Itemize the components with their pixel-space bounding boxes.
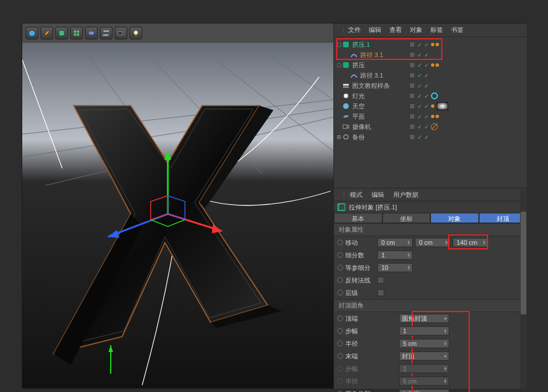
menu-file[interactable]: 文件 bbox=[344, 26, 365, 34]
tag-dot[interactable] bbox=[431, 104, 434, 108]
attribute-scrollbar[interactable] bbox=[520, 189, 527, 389]
vis-check-icon[interactable]: ✓ bbox=[417, 114, 422, 120]
layer-dot[interactable] bbox=[409, 62, 415, 68]
anim-dot[interactable] bbox=[337, 328, 343, 334]
render-check-icon[interactable]: ✓ bbox=[424, 42, 429, 48]
tree-item-backup[interactable]: ⊞ 备份 ✓✓ bbox=[336, 132, 527, 142]
floor-tool[interactable] bbox=[100, 27, 112, 39]
layer-dot[interactable] bbox=[409, 52, 415, 58]
vis-check-icon[interactable]: ✓ bbox=[417, 103, 422, 110]
tag-dot[interactable] bbox=[431, 63, 434, 67]
tag-dot[interactable] bbox=[436, 43, 439, 46]
tab-basic[interactable]: 基本 bbox=[334, 213, 382, 223]
render-check-icon[interactable]: ✓ bbox=[424, 103, 429, 110]
tag-dot[interactable] bbox=[436, 115, 439, 118]
menu-tags[interactable]: 标签 bbox=[426, 26, 447, 34]
tree-item-extrude1[interactable]: ▢ 挤压.1 ✓✓ bbox=[336, 39, 527, 50]
menu-bookmarks[interactable]: 书签 bbox=[447, 26, 468, 34]
render-check-icon[interactable]: ✓ bbox=[424, 93, 429, 99]
vis-check-icon[interactable]: ✓ bbox=[417, 62, 422, 68]
render-check-icon[interactable]: ✓ bbox=[424, 124, 429, 130]
subdiv-field[interactable]: 1▴▾ bbox=[377, 250, 413, 260]
layer-dot[interactable] bbox=[409, 103, 415, 109]
viewport-canvas[interactable] bbox=[22, 43, 333, 389]
attr-menu-userdata[interactable]: 用户数据 bbox=[389, 191, 423, 199]
anim-dot[interactable] bbox=[337, 378, 343, 384]
attr-menu-edit[interactable]: 编辑 bbox=[367, 191, 389, 199]
tag-dot[interactable] bbox=[431, 43, 434, 46]
nurbs-tool[interactable] bbox=[55, 27, 68, 39]
vis-check-icon[interactable]: ✓ bbox=[417, 83, 422, 89]
tab-object[interactable]: 对象 bbox=[430, 213, 479, 223]
tree-collapse-icon[interactable]: ▢ bbox=[336, 42, 342, 47]
tree-item-path2[interactable]: 路径 3.1 ✓✓ bbox=[336, 70, 527, 80]
move-z-field[interactable]: 140 cm▴▾ bbox=[453, 238, 488, 247]
render-check-icon[interactable]: ✓ bbox=[424, 62, 429, 68]
grip-icon[interactable]: ⋮⋮ bbox=[336, 26, 344, 34]
tree-expand-icon[interactable]: ⊞ bbox=[336, 134, 342, 140]
anim-dot[interactable] bbox=[337, 290, 343, 296]
tree-collapse-icon[interactable]: ▢ bbox=[336, 62, 342, 68]
vis-check-icon[interactable]: ✓ bbox=[417, 42, 422, 48]
vis-check-icon[interactable]: ✓ bbox=[417, 52, 422, 58]
anim-dot[interactable] bbox=[337, 240, 343, 245]
tag-dot[interactable] bbox=[436, 63, 439, 67]
render-check-icon[interactable]: ✓ bbox=[424, 83, 429, 89]
render-check-icon[interactable]: ✓ bbox=[424, 52, 429, 58]
move-y-field[interactable]: 0 cm▴▾ bbox=[415, 238, 450, 247]
anim-dot[interactable] bbox=[337, 353, 343, 359]
endcap-dropdown[interactable]: 封顶▾ bbox=[399, 351, 449, 361]
deformer-tool[interactable] bbox=[85, 27, 98, 39]
step1-field[interactable]: 1▴▾ bbox=[399, 326, 449, 336]
grip-icon[interactable]: ⋮⋮ bbox=[336, 191, 345, 199]
anim-dot[interactable] bbox=[337, 252, 343, 258]
anim-dot[interactable] bbox=[337, 265, 343, 270]
tab-coord[interactable]: 坐标 bbox=[382, 213, 431, 223]
target-tag-icon[interactable] bbox=[431, 92, 438, 99]
render-check-icon[interactable]: ✓ bbox=[424, 114, 429, 120]
rad1-field[interactable]: 5 cm▴▾ bbox=[399, 339, 449, 348]
layer-dot[interactable] bbox=[409, 124, 415, 130]
hier-checkbox[interactable] bbox=[377, 289, 384, 296]
vis-check-icon[interactable]: ✓ bbox=[417, 72, 422, 79]
anim-dot[interactable] bbox=[337, 366, 343, 371]
menu-object[interactable]: 对象 bbox=[406, 26, 426, 34]
vis-check-icon[interactable]: ✓ bbox=[417, 124, 422, 130]
layer-dot[interactable] bbox=[409, 42, 415, 47]
anim-dot[interactable] bbox=[337, 277, 343, 283]
tree-item-tutorial-spline[interactable]: 图文教程样条 ✓✓ bbox=[336, 80, 527, 91]
scrollbar-thumb[interactable] bbox=[521, 212, 526, 314]
menu-view[interactable]: 查看 bbox=[385, 26, 406, 34]
layer-dot[interactable] bbox=[409, 134, 415, 140]
topcap-dropdown[interactable]: 圆角封顶▾ bbox=[399, 314, 449, 323]
tree-item-plane[interactable]: 平面 ✓✓ bbox=[336, 111, 527, 122]
texture-tag-icon[interactable] bbox=[437, 102, 448, 110]
move-x-field[interactable]: 0 cm▴▾ bbox=[377, 238, 413, 247]
protection-tag-icon[interactable] bbox=[431, 123, 438, 130]
layer-dot[interactable] bbox=[409, 83, 415, 88]
camera-tool[interactable] bbox=[115, 27, 127, 39]
light-tool[interactable] bbox=[130, 27, 142, 39]
anim-dot[interactable] bbox=[337, 341, 343, 346]
layer-dot[interactable] bbox=[409, 114, 415, 119]
anim-dot[interactable] bbox=[337, 316, 343, 321]
menu-edit[interactable]: 编辑 bbox=[365, 26, 385, 34]
object-tree[interactable]: ▢ 挤压.1 ✓✓ 路径 3.1 ✓✓ ▢ 挤压 ✓✓ bbox=[334, 37, 527, 153]
tree-item-path1[interactable]: 路径 3.1 ✓✓ bbox=[336, 50, 527, 60]
flip-checkbox[interactable] bbox=[377, 277, 384, 284]
tree-item-extrude[interactable]: ▢ 挤压 ✓✓ bbox=[336, 60, 527, 70]
iso-field[interactable]: 10▴▾ bbox=[377, 263, 413, 272]
layer-dot[interactable] bbox=[409, 72, 415, 78]
vis-check-icon[interactable]: ✓ bbox=[417, 93, 422, 99]
filtype-dropdown[interactable]: 1 步幅▾ bbox=[399, 389, 449, 392]
layer-dot[interactable] bbox=[409, 93, 415, 99]
render-check-icon[interactable]: ✓ bbox=[424, 134, 429, 140]
tag-dot[interactable] bbox=[431, 115, 434, 118]
render-check-icon[interactable]: ✓ bbox=[424, 72, 429, 79]
tree-item-sky[interactable]: 天空 ✓✓ bbox=[336, 101, 527, 111]
attr-menu-mode[interactable]: 模式 bbox=[345, 191, 367, 199]
tree-item-light[interactable]: 灯光 ✓✓ bbox=[336, 91, 527, 101]
tree-item-camera[interactable]: 摄像机 ✓✓ bbox=[336, 122, 527, 132]
pen-tool[interactable] bbox=[41, 27, 53, 39]
array-tool[interactable] bbox=[70, 27, 83, 39]
